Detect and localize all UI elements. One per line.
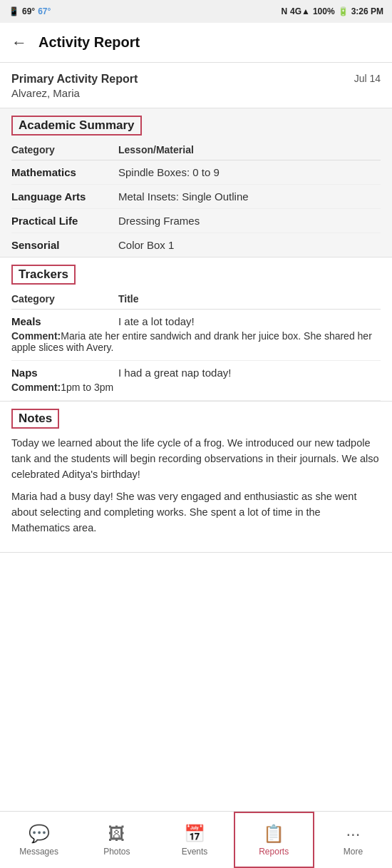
academic-row: Sensorial Color Box 1 <box>11 233 381 257</box>
notes-paragraphs: Today we learned about the life cycle of… <box>11 436 381 536</box>
tracker-title: I ate a lot today! <box>118 315 381 327</box>
nav-icon-reports: 📋 <box>263 824 284 844</box>
academic-summary-section: Academic Summary Category Lesson/Materia… <box>0 108 392 257</box>
time-display: 3:26 PM <box>351 6 383 16</box>
trackers-col2-header: Title <box>118 293 381 305</box>
academic-lesson: Metal Insets: Single Outline <box>118 190 381 203</box>
nav-icon-events: 📅 <box>184 824 205 844</box>
tracker-block: Meals I ate a lot today! Comment:Maria a… <box>11 310 381 361</box>
trackers-section: Trackers Category Title Meals I ate a lo… <box>0 257 392 402</box>
tracker-category: Naps <box>11 367 118 379</box>
academic-category: Practical Life <box>11 215 118 227</box>
academic-category: Mathematics <box>11 166 118 178</box>
nav-label-events: Events <box>182 847 208 857</box>
nav-label-photos: Photos <box>103 847 130 857</box>
academic-category: Language Arts <box>11 190 118 203</box>
scrollable-content: Primary Activity Report Jul 14 Alvarez, … <box>0 63 392 613</box>
battery-text: 100% <box>313 6 335 16</box>
nav-icon-messages: 💬 <box>29 824 50 844</box>
notes-heading: Notes <box>11 409 59 429</box>
tracker-comment-label: Comment: <box>11 330 61 342</box>
signal-icon: 4G▲ <box>290 6 310 16</box>
tracker-block: Naps I had a great nap today! Comment:1p… <box>11 361 381 401</box>
academic-lesson: Spindle Boxes: 0 to 9 <box>118 166 381 178</box>
tracker-title: I had a great nap today! <box>118 367 381 379</box>
nav-icon-more: ··· <box>346 824 360 844</box>
status-right: N 4G▲ 100% 🔋 3:26 PM <box>281 6 383 16</box>
academic-row: Practical Life Dressing Frames <box>11 209 381 233</box>
trackers-col1-header: Category <box>11 293 118 305</box>
nav-item-photos[interactable]: 🖼 Photos <box>78 812 155 868</box>
tracker-main-row: Naps I had a great nap today! <box>11 367 381 379</box>
tracker-comment-label: Comment: <box>11 382 61 393</box>
nav-label-messages: Messages <box>19 847 58 857</box>
app-header: ← Activity Report <box>0 23 392 63</box>
academic-col1-header: Category <box>11 144 118 155</box>
notes-section: Notes Today we learned about the life cy… <box>0 402 392 553</box>
nav-label-reports: Reports <box>259 847 289 857</box>
nav-item-reports[interactable]: 📋 Reports <box>234 812 314 868</box>
nav-label-more: More <box>344 847 363 857</box>
battery-icon: 🔋 <box>338 6 349 16</box>
academic-row: Language Arts Metal Insets: Single Outli… <box>11 185 381 209</box>
nav-item-more[interactable]: ··· More <box>314 812 392 868</box>
academic-category: Sensorial <box>11 239 118 251</box>
status-bar: 📱 69° 67° N 4G▲ 100% 🔋 3:26 PM <box>0 0 392 23</box>
tracker-comment: Comment:1pm to 3pm <box>11 379 381 394</box>
status-left: 📱 69° 67° <box>9 6 51 16</box>
nav-icon-photos: 🖼 <box>108 824 125 844</box>
report-primary-title: Primary Activity Report <box>11 73 138 86</box>
tracker-category: Meals <box>11 315 118 327</box>
report-date: Jul 14 <box>354 73 381 84</box>
bottom-nav: 💬 Messages 🖼 Photos 📅 Events 📋 Reports ·… <box>0 811 392 868</box>
academic-lesson: Dressing Frames <box>118 215 381 227</box>
academic-col2-header: Lesson/Material <box>118 144 381 155</box>
temp-blue: 67° <box>38 6 51 16</box>
report-student: Alvarez, Maria <box>11 87 381 99</box>
trackers-heading: Trackers <box>11 265 76 285</box>
back-button[interactable]: ← <box>11 34 27 52</box>
tracker-main-row: Meals I ate a lot today! <box>11 315 381 327</box>
tracker-comment: Comment:Maria ate her entire sandwich an… <box>11 327 381 354</box>
temp-normal: 69° <box>22 6 35 16</box>
nav-item-events[interactable]: 📅 Events <box>155 812 233 868</box>
phone-icon: 📱 <box>9 6 19 16</box>
notes-paragraph: Today we learned about the life cycle of… <box>11 436 381 482</box>
trackers-rows: Meals I ate a lot today! Comment:Maria a… <box>11 310 381 401</box>
page-title: Activity Report <box>38 34 140 51</box>
academic-summary-heading: Academic Summary <box>11 116 142 136</box>
trackers-col-headers: Category Title <box>11 290 381 310</box>
academic-rows: Mathematics Spindle Boxes: 0 to 9 Langua… <box>11 160 381 257</box>
nfc-icon: N <box>281 6 287 16</box>
nav-item-messages[interactable]: 💬 Messages <box>0 812 78 868</box>
report-header: Primary Activity Report Jul 14 Alvarez, … <box>0 63 392 108</box>
academic-col-headers: Category Lesson/Material <box>11 141 381 160</box>
academic-row: Mathematics Spindle Boxes: 0 to 9 <box>11 160 381 185</box>
notes-paragraph: Maria had a busy day! She was very engag… <box>11 489 381 536</box>
academic-lesson: Color Box 1 <box>118 239 381 251</box>
